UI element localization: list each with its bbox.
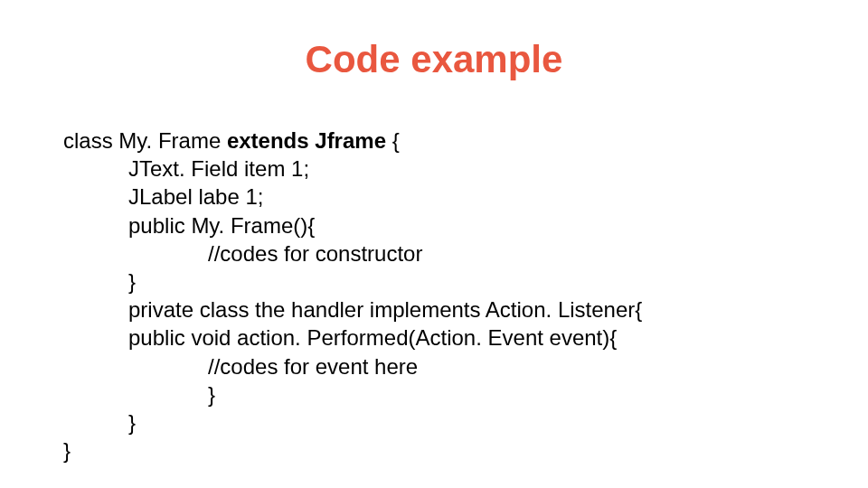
- code-line: //codes for constructor: [63, 239, 642, 267]
- code-line: //codes for event here: [63, 352, 642, 380]
- code-text: class My. Frame: [63, 128, 227, 153]
- code-line: }: [63, 267, 642, 296]
- slide-title: Code example: [0, 38, 868, 81]
- code-line: }: [63, 436, 642, 465]
- code-keyword: extends Jframe: [227, 128, 386, 153]
- code-line: public void action. Performed(Action. Ev…: [63, 324, 642, 352]
- code-line: }: [63, 408, 642, 436]
- code-line: JText. Field item 1;: [63, 155, 642, 183]
- slide: Code example class My. Frame extends Jfr…: [0, 0, 868, 488]
- code-text: {: [386, 128, 400, 153]
- code-line: class My. Frame extends Jframe {: [63, 127, 642, 155]
- code-line: }: [63, 380, 642, 408]
- code-line: JLabel labe 1;: [63, 183, 642, 211]
- code-line: private class the handler implements Act…: [63, 296, 642, 324]
- code-line: public My. Frame(){: [63, 211, 642, 239]
- code-example: class My. Frame extends Jframe { JText. …: [63, 127, 642, 465]
